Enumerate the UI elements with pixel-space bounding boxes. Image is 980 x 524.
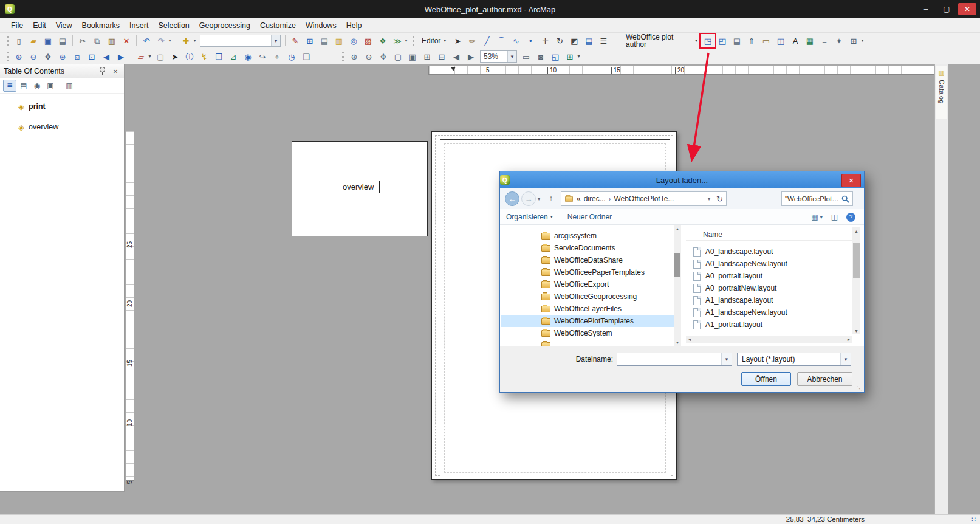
- add-data-icon[interactable]: ✚: [179, 35, 193, 47]
- scrollbar-thumb[interactable]: [853, 243, 860, 278]
- python-icon[interactable]: ≫: [391, 35, 404, 47]
- organize-button[interactable]: Organisieren ▾: [506, 213, 553, 221]
- search-icon[interactable]: [841, 195, 849, 203]
- folder-webofficepapertemplates[interactable]: WebOfficeePaperTemplates: [501, 266, 674, 278]
- folder-arcgissystem[interactable]: arcgissystem: [501, 230, 674, 242]
- layout-zoom-in-icon[interactable]: ⊕: [348, 50, 361, 63]
- menu-insert[interactable]: Insert: [125, 19, 153, 32]
- folder-webofficedatashare[interactable]: WebOfficeDataShare: [501, 254, 674, 266]
- close-icon[interactable]: ✕: [111, 66, 120, 76]
- measure-icon[interactable]: ⊿: [227, 50, 240, 63]
- overview-data-frame[interactable]: overview: [292, 141, 428, 236]
- hyperlink-icon[interactable]: ↯: [197, 50, 211, 63]
- paste-icon[interactable]: ▥: [105, 35, 118, 47]
- rotate-tool-icon[interactable]: ↻: [553, 35, 566, 47]
- toc-options-icon[interactable]: ▥: [63, 80, 75, 91]
- open-button[interactable]: Öffnen: [741, 372, 791, 386]
- column-header-name[interactable]: Name: [686, 229, 852, 241]
- resize-grip[interactable]: ⋱: [857, 385, 863, 392]
- scroll-down-icon[interactable]: ▼: [852, 327, 860, 334]
- go-to-xy-icon[interactable]: ⌖: [270, 50, 284, 63]
- zoom-in-icon[interactable]: ⊕: [12, 50, 26, 63]
- folder-servicedocuments[interactable]: ServiceDocuments: [501, 242, 674, 254]
- scroll-down-icon[interactable]: ▼: [674, 339, 681, 346]
- cancel-button[interactable]: Abbrechen: [797, 372, 852, 386]
- file-item[interactable]: A1_landscapeNew.layout: [686, 306, 852, 319]
- sketch-properties-icon[interactable]: ☰: [597, 35, 610, 47]
- new-document-icon[interactable]: ▯: [12, 35, 26, 47]
- breadcrumb-parent[interactable]: direc...: [584, 195, 606, 203]
- plot-settings-icon[interactable]: ▤: [730, 35, 744, 47]
- folder-webofficelayerfiles[interactable]: WebOfficeLayerFiles: [501, 303, 674, 315]
- north-arrow-icon[interactable]: ✦: [832, 35, 846, 47]
- list-by-selection-icon[interactable]: ▣: [44, 80, 57, 91]
- toc-window-icon[interactable]: ▤: [318, 35, 331, 47]
- zoom-percent-combobox[interactable]: 53%: [480, 50, 517, 63]
- layout-more-dropdown-icon[interactable]: ▾: [576, 50, 581, 63]
- dialog-close-button[interactable]: ✕: [841, 174, 861, 187]
- print-icon[interactable]: ▤: [56, 35, 69, 47]
- select-features-dropdown-icon[interactable]: ▾: [147, 50, 152, 63]
- scroll-up-icon[interactable]: ▲: [674, 225, 681, 232]
- layout-forward-extent-icon[interactable]: ▶: [464, 50, 478, 63]
- select-elements-icon[interactable]: ➤: [168, 50, 182, 63]
- filetype-select[interactable]: Layout (*.layout): [737, 353, 851, 366]
- zoom-whole-page-icon[interactable]: ▢: [391, 50, 405, 63]
- open-table-icon[interactable]: ⊞: [303, 35, 317, 47]
- breadcrumb-overflow[interactable]: «: [577, 195, 581, 203]
- data-driven-pages-icon[interactable]: ⊞: [563, 50, 577, 63]
- insert-text-icon[interactable]: A: [789, 35, 802, 47]
- cut-polygons-icon[interactable]: ◩: [567, 35, 581, 47]
- views-icon[interactable]: ▦: [811, 213, 818, 221]
- attributes-icon[interactable]: ▤: [582, 35, 595, 47]
- arc-segment-icon[interactable]: ⌒: [495, 35, 508, 47]
- file-item[interactable]: A0_landscapeNew.layout: [686, 258, 852, 270]
- folder-tree-scrollbar[interactable]: ▲ ▼: [674, 225, 681, 346]
- minimize-button[interactable]: –: [917, 3, 935, 15]
- address-bar[interactable]: « direc... › WebOfficePlotTe... ▾: [561, 191, 714, 206]
- maximize-button[interactable]: ▢: [937, 3, 956, 15]
- menu-windows[interactable]: Windows: [301, 19, 341, 32]
- menu-view[interactable]: View: [51, 19, 77, 32]
- edit-tool-icon[interactable]: ➤: [451, 35, 464, 47]
- menu-bookmarks[interactable]: Bookmarks: [77, 19, 125, 32]
- map-scale-combobox[interactable]: [200, 35, 281, 47]
- weboffice-plot-author-menu[interactable]: WebOffice plot author: [623, 35, 700, 47]
- point-tool-icon[interactable]: •: [524, 35, 537, 47]
- standard-more-dropdown-icon[interactable]: ▾: [403, 35, 409, 47]
- file-list-scrollbar[interactable]: ▲ ▼: [852, 227, 860, 334]
- arctoolbox-icon[interactable]: ▨: [362, 35, 375, 47]
- layout-fixed-zoom-out-icon[interactable]: ⊟: [435, 50, 448, 63]
- open-folder-icon[interactable]: ▰: [27, 35, 40, 47]
- file-item[interactable]: A1_portrait.layout: [686, 319, 852, 331]
- menu-help[interactable]: Help: [341, 19, 367, 32]
- scrollbar-thumb[interactable]: [674, 253, 680, 277]
- folder-webofficesystem[interactable]: WebOfficeSystem: [501, 327, 674, 339]
- folder-partial[interactable]: [501, 339, 674, 346]
- full-extent-icon[interactable]: ⊛: [56, 50, 69, 63]
- cut-icon[interactable]: ✂: [76, 35, 89, 47]
- menu-edit[interactable]: Edit: [28, 19, 51, 32]
- scroll-right-icon[interactable]: ►: [845, 336, 852, 343]
- folder-webofficegeoprocessing[interactable]: WebOfficeGeoprocessing: [501, 291, 674, 303]
- load-layout-icon[interactable]: ◳: [701, 35, 714, 47]
- zoom-out-icon[interactable]: ⊖: [27, 50, 40, 63]
- redo-icon[interactable]: ↷: [154, 35, 168, 47]
- editor-menu[interactable]: Editor: [418, 35, 450, 47]
- insert-legend-icon[interactable]: ▦: [803, 35, 817, 47]
- page-template-icon[interactable]: ▭: [759, 35, 773, 47]
- layout-pan-icon[interactable]: ✥: [377, 50, 390, 63]
- find-icon[interactable]: ◉: [241, 50, 255, 63]
- zoom-100-icon[interactable]: ▣: [406, 50, 419, 63]
- history-dropdown-icon[interactable]: ▾: [538, 196, 540, 202]
- folder-webofficeexport[interactable]: WebOfficeExport: [501, 278, 674, 291]
- straight-segment-icon[interactable]: ╱: [480, 35, 493, 47]
- search-box[interactable]: "WebOfficePlotTemplates" d...: [781, 191, 853, 206]
- copy-icon[interactable]: ⧉: [91, 35, 104, 47]
- close-button[interactable]: ✕: [958, 3, 976, 15]
- list-by-visibility-icon[interactable]: ◉: [31, 80, 43, 91]
- sketch-tool-icon[interactable]: ✏: [465, 35, 479, 47]
- folder-webofficeplottemplates[interactable]: WebOfficePlotTemplates: [501, 315, 674, 327]
- layout-back-extent-icon[interactable]: ◀: [450, 50, 463, 63]
- back-button[interactable]: ←: [505, 191, 519, 206]
